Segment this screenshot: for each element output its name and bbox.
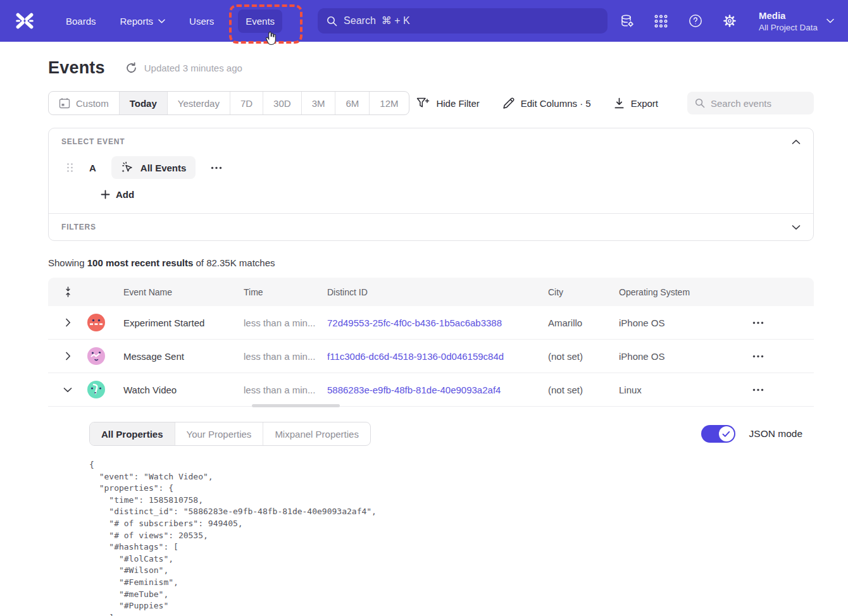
- date-range-3m[interactable]: 3M: [302, 92, 336, 114]
- select-event-section: SELECT EVENT A: [49, 128, 813, 213]
- json-code-line: "#Puppies": [89, 600, 802, 612]
- tab-label: Your Properties: [187, 429, 252, 440]
- cursor-hand-icon: [263, 31, 278, 47]
- nav-right-icons: Media All Project Data: [620, 9, 834, 33]
- nav-item-reports[interactable]: Reports: [113, 9, 173, 33]
- tab-mixpanel-properties[interactable]: Mixpanel Properties: [263, 422, 370, 445]
- project-switcher[interactable]: Media All Project Data: [759, 9, 834, 33]
- cell-distinct-id-link[interactable]: f11c30d6-dc6d-4518-9136-0d046159c84d: [327, 351, 548, 362]
- filters-label: FILTERS: [61, 223, 96, 231]
- refresh-icon[interactable]: [125, 62, 138, 75]
- chevron-down-icon[interactable]: [792, 225, 801, 230]
- collapse-rows-icon[interactable]: [48, 286, 87, 297]
- global-search[interactable]: [318, 8, 608, 34]
- nav-events-wrap: Events: [238, 9, 282, 33]
- date-range-7d[interactable]: 7D: [230, 92, 263, 114]
- tab-all-properties[interactable]: All Properties: [90, 422, 175, 445]
- nav-item-boards[interactable]: Boards: [58, 9, 104, 33]
- date-range-today[interactable]: Today: [120, 92, 168, 114]
- cell-distinct-id-link[interactable]: 72d49553-25fc-4f0c-b436-1b5ac6ab3388: [327, 317, 548, 328]
- json-mode-toggle[interactable]: [701, 425, 735, 443]
- nav-item-events-label: Events: [246, 16, 275, 27]
- filters-section[interactable]: FILTERS: [49, 214, 813, 240]
- tab-label: All Properties: [101, 429, 163, 440]
- date-range-label: Custom: [76, 98, 109, 109]
- global-search-input[interactable]: [344, 15, 599, 27]
- cell-time: less than a min...: [244, 317, 327, 328]
- export-label: Export: [631, 98, 658, 109]
- cell-event-name: Message Sent: [123, 351, 244, 362]
- edit-columns-label: Edit Columns · 5: [521, 98, 591, 109]
- row-more-options-icon[interactable]: [750, 388, 814, 391]
- mixpanel-logo[interactable]: [14, 10, 35, 32]
- project-name: Media: [759, 9, 818, 22]
- cell-city: (not set): [548, 385, 619, 395]
- date-range-yesterday[interactable]: Yesterday: [168, 92, 230, 114]
- collapse-row-icon[interactable]: [48, 387, 87, 393]
- date-range-6m[interactable]: 6M: [335, 92, 370, 114]
- col-header-event-name: Event Name: [123, 287, 244, 297]
- table-header-row: Event Name Time Distinct ID City Operati…: [48, 278, 814, 306]
- date-range-30d[interactable]: 30D: [263, 92, 302, 114]
- nav-item-boards-label: Boards: [66, 16, 96, 27]
- chevron-down-icon: [826, 18, 834, 23]
- plus-icon: [101, 190, 110, 199]
- event-query-row: A All Events: [61, 156, 801, 179]
- funnel-plus-icon: [416, 97, 430, 109]
- nav-item-users[interactable]: Users: [182, 9, 221, 33]
- json-code-line: {: [89, 459, 802, 471]
- chevron-up-icon[interactable]: [792, 139, 801, 145]
- cell-os: iPhone OS: [619, 317, 750, 328]
- add-event-button[interactable]: Add: [101, 189, 134, 200]
- search-events-input[interactable]: [711, 98, 806, 109]
- export-button[interactable]: Export: [614, 97, 658, 109]
- table-row[interactable]: Message Sent less than a min... f11c30d6…: [48, 340, 814, 373]
- date-range-12m[interactable]: 12M: [370, 92, 408, 114]
- row-more-options-icon[interactable]: [750, 321, 814, 324]
- horizontal-scrollbar-thumb[interactable]: [252, 404, 340, 407]
- data-management-icon[interactable]: [620, 13, 635, 28]
- date-range-custom[interactable]: Custom: [49, 92, 120, 114]
- row-more-options-icon[interactable]: [750, 355, 814, 358]
- toolbar-actions: Hide Filter Edit Columns · 5: [416, 92, 814, 114]
- event-avatar: [87, 314, 105, 331]
- event-selector-button[interactable]: All Events: [111, 156, 196, 179]
- pencil-icon: [502, 97, 514, 109]
- json-code-line: "#hashtags": [: [89, 541, 802, 553]
- col-header-os: Operating System: [619, 287, 750, 297]
- magic-cursor-icon: [121, 161, 134, 174]
- apps-grid-icon[interactable]: [654, 13, 669, 28]
- hide-filter-button[interactable]: Hide Filter: [416, 97, 479, 109]
- table-row[interactable]: Experiment Started less than a min... 72…: [48, 306, 814, 340]
- col-header-distinct-id: Distinct ID: [327, 287, 548, 297]
- toolbar: Custom Today Yesterday 7D 30D 3M 6M 12M: [48, 91, 814, 115]
- json-code-line: "time": 1585810758,: [89, 495, 802, 507]
- settings-gear-icon[interactable]: [722, 13, 737, 28]
- tab-your-properties[interactable]: Your Properties: [175, 422, 264, 445]
- add-label: Add: [116, 189, 134, 200]
- nav-item-events[interactable]: Events: [238, 9, 282, 33]
- edit-columns-button[interactable]: Edit Columns · 5: [502, 97, 591, 109]
- page-header: Events Updated 3 minutes ago: [48, 58, 814, 78]
- json-code-block: { "event": "Watch Video", "properties": …: [89, 459, 802, 616]
- expand-row-icon[interactable]: [48, 318, 87, 327]
- event-more-options-icon[interactable]: [207, 163, 226, 173]
- cell-distinct-id-link[interactable]: 5886283e-e9fb-48fb-81de-40e9093a2af4: [327, 385, 548, 395]
- search-icon: [695, 98, 705, 108]
- select-event-label: SELECT EVENT: [61, 137, 125, 146]
- json-mode-label: JSON mode: [749, 428, 802, 440]
- json-code-line: "# of views": 20535,: [89, 530, 802, 542]
- search-events-field[interactable]: [687, 92, 814, 114]
- json-code-line: "event": "Watch Video",: [89, 471, 802, 483]
- drag-handle-icon[interactable]: [66, 163, 75, 173]
- date-range-label: Yesterday: [178, 98, 220, 109]
- download-icon: [614, 97, 625, 109]
- help-icon[interactable]: [688, 13, 703, 28]
- toggle-knob: [719, 426, 734, 441]
- table-row-expanded[interactable]: Watch Video less than a min... 5886283e-…: [48, 373, 814, 407]
- cell-time: less than a min...: [244, 351, 327, 362]
- search-icon: [327, 16, 337, 27]
- json-code-line: "#meTube",: [89, 589, 802, 601]
- expand-row-icon[interactable]: [48, 352, 87, 360]
- json-code-line: "#lolCats",: [89, 553, 802, 565]
